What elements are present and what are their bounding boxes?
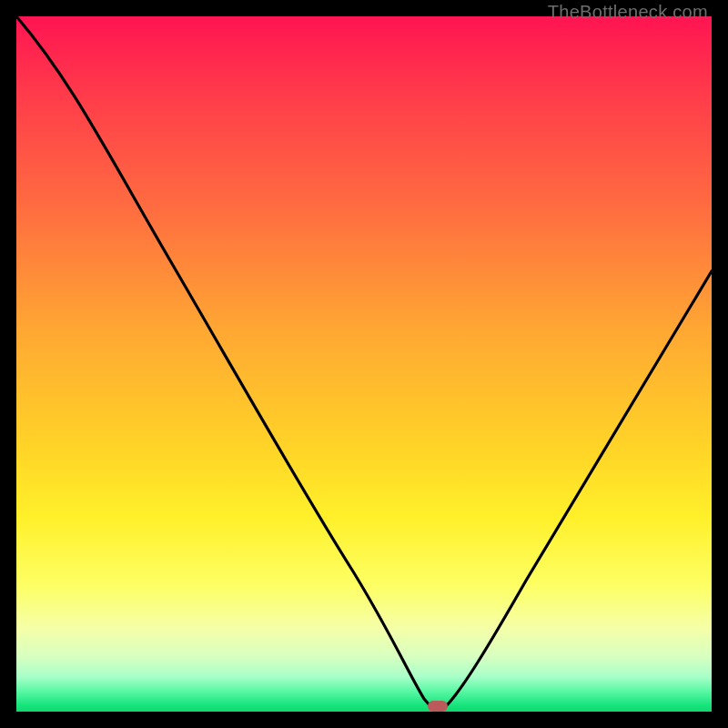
- chart-frame: TheBottleneck.com: [0, 0, 728, 728]
- watermark-text: TheBottleneck.com: [548, 2, 708, 23]
- gradient-plot-area: [16, 16, 712, 712]
- curve-path: [16, 16, 712, 706]
- optimal-point-marker: [428, 701, 448, 712]
- bottleneck-curve: [16, 16, 712, 712]
